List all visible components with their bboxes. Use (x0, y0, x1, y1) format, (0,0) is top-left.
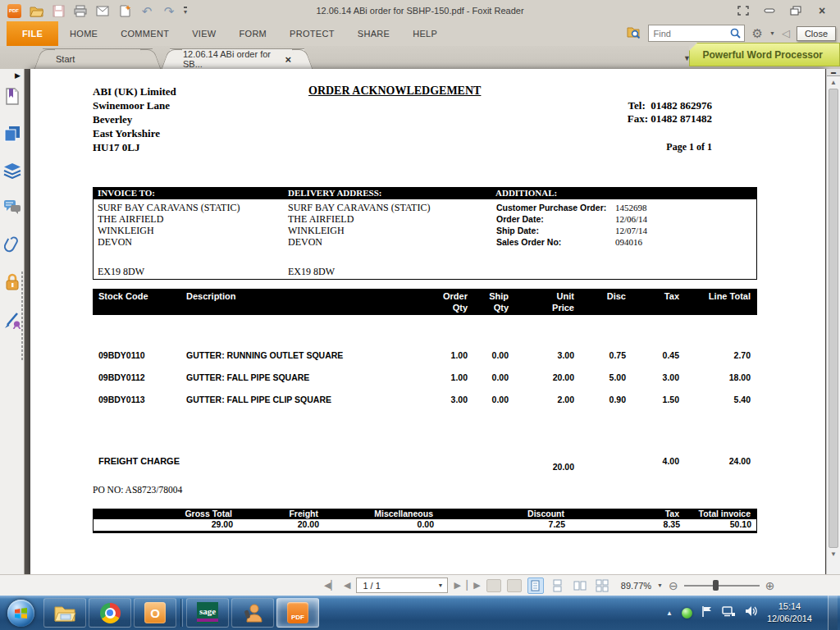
split-view-handle[interactable]: ▬ (827, 69, 840, 76)
taskbar-foxit-reader[interactable]: PDF (276, 598, 319, 628)
window-controls: × (737, 6, 840, 16)
full-screen-icon[interactable] (737, 6, 750, 16)
clock-date: 12/06/2014 (767, 613, 812, 625)
page-indicator: 1 / 1 (357, 581, 437, 591)
attachments-icon[interactable] (0, 235, 24, 253)
action-center-flag-icon[interactable] (701, 605, 713, 621)
tab-active-document[interactable]: 12.06.14 ABi order for SB... × (170, 48, 304, 69)
layers-icon[interactable] (0, 162, 24, 179)
redo-icon[interactable]: ↷ (162, 3, 176, 18)
taskbar-clock[interactable]: 15:14 12/06/2014 (767, 600, 812, 626)
save-icon[interactable] (51, 3, 66, 18)
last-page-icon[interactable]: ▏▶ (467, 580, 481, 591)
taskbar-windows-explorer[interactable] (43, 598, 86, 628)
zoom-slider[interactable] (684, 580, 760, 591)
promo-banner[interactable]: Powerful Word Processor (689, 43, 840, 66)
scroll-up-icon[interactable]: ▲ (827, 76, 840, 89)
document-tab-bar: Start 12.06.14 ABi order for SB... × ▼ P… (0, 46, 840, 69)
tab-close-icon[interactable]: × (285, 54, 291, 65)
status-bar: ◀▏ ◀ 1 / 1 ▼ ▶ ▏▶ 89.77% ▼ ⊖ (0, 574, 840, 596)
bookmarks-icon[interactable] (0, 88, 24, 105)
close-icon[interactable]: × (815, 6, 829, 16)
tab-home[interactable]: HOME (58, 21, 109, 46)
email-icon[interactable] (95, 3, 110, 18)
next-page-icon[interactable]: ▶ (454, 580, 460, 591)
foxit-reader-window: PDF ↶ ↷ ▾ 12.06.14 ABi order for SBHP-15… (0, 0, 840, 630)
start-button[interactable] (7, 600, 34, 627)
tab-view[interactable]: VIEW (180, 21, 227, 46)
tab-protect[interactable]: PROTECT (278, 21, 346, 46)
first-page-icon[interactable]: ◀▏ (324, 580, 338, 591)
volume-icon[interactable] (745, 605, 758, 620)
undo-icon[interactable]: ↶ (139, 3, 154, 18)
expand-panel-icon[interactable]: ▶ (0, 69, 24, 88)
tab-comment[interactable]: COMMENT (109, 21, 180, 46)
scroll-down-icon[interactable]: ▼ (827, 548, 840, 560)
show-desktop-button[interactable] (828, 596, 838, 630)
document-area: ▶ (0, 69, 840, 574)
taskbar: O sage PDF ▲ 15:14 12/06/2014 (0, 596, 840, 630)
scrollbar-thumb[interactable] (829, 89, 838, 548)
open-folder-icon[interactable] (29, 3, 43, 18)
line-items-table: Stock Code Description Order Qty Ship Qt… (93, 289, 757, 533)
vertical-scrollbar[interactable]: ▬ ▲ ▼ (826, 69, 840, 574)
gear-icon[interactable]: ⚙ (751, 27, 762, 39)
invoice-to-address: SURF BAY CARAVANS (STATIC) THE AIRFIELD … (94, 199, 284, 279)
find-input[interactable] (653, 29, 730, 39)
previous-page-icon[interactable]: ◀ (344, 580, 350, 591)
tab-share[interactable]: SHARE (346, 21, 401, 46)
page-dropdown-icon[interactable]: ▼ (437, 582, 447, 588)
continuous-view-icon[interactable] (550, 578, 566, 594)
zoom-dropdown-icon[interactable]: ▼ (657, 582, 663, 588)
table-row: 09BDY0110 GUTTER: RUNNING OUTLET SQUARE … (93, 350, 757, 372)
page-of-label: Page 1 of 1 (628, 140, 712, 153)
address-box: INVOICE TO: DELIVERY ADDRESS: ADDITIONAL… (93, 187, 757, 280)
comments-icon[interactable] (0, 199, 24, 215)
zoom-out-icon[interactable]: ⊖ (669, 580, 678, 591)
tab-start[interactable]: Start (43, 48, 153, 69)
invoice-to-header: INVOICE TO: (94, 188, 284, 199)
continuous-facing-view-icon[interactable] (594, 578, 610, 594)
find-box (648, 25, 745, 42)
system-tray: ▲ 15:14 12/06/2014 (666, 596, 840, 630)
tab-file[interactable]: FILE (7, 21, 58, 46)
table-row: 09BDY0113 GUTTER: FALL PIPE CLIP SQUARE … (93, 395, 757, 417)
pages-icon[interactable] (0, 126, 24, 142)
tray-expand-icon[interactable]: ▲ (666, 609, 673, 617)
minimize-icon[interactable] (763, 6, 776, 16)
chevron-left-icon[interactable]: ◁ (782, 27, 790, 39)
document-header: ABI (UK) Limited Swinemoor Lane Beverley… (93, 84, 757, 154)
previous-view-icon[interactable] (486, 579, 501, 592)
status-green-icon[interactable] (682, 608, 692, 619)
zoom-level[interactable]: 89.77% (621, 581, 651, 591)
facing-view-icon[interactable] (572, 578, 588, 594)
document-title: ORDER ACKNOWLEDGEMENT (308, 84, 481, 98)
close-find-button[interactable]: Close (797, 26, 836, 41)
print-icon[interactable] (73, 3, 88, 18)
taskbar-outlook[interactable]: O (134, 598, 176, 628)
zoom-slider-thumb[interactable] (713, 580, 719, 591)
tab-form[interactable]: FORM (228, 21, 279, 46)
page-number-box[interactable]: 1 / 1 ▼ (356, 578, 448, 593)
search-folder-icon[interactable] (627, 25, 641, 42)
next-view-icon[interactable] (507, 579, 522, 592)
find-area: ⚙ ▼ ◁ Close (627, 25, 836, 42)
pdf-page: ABI (UK) Limited Swinemoor Lane Beverley… (30, 69, 825, 574)
gear-dropdown-icon[interactable]: ▼ (769, 30, 775, 36)
customize-quick-access-icon[interactable]: ▾ (184, 7, 187, 16)
search-icon[interactable] (730, 28, 741, 39)
taskbar-contacts[interactable] (231, 598, 274, 628)
taskbar-sage[interactable]: sage (186, 598, 229, 628)
zoom-in-icon[interactable]: ⊕ (765, 580, 775, 591)
navigation-sidebar: ▶ (0, 69, 25, 574)
foxit-app-icon[interactable]: PDF (7, 3, 21, 18)
restore-icon[interactable] (789, 6, 802, 16)
tab-help[interactable]: HELP (401, 21, 449, 46)
taskbar-chrome[interactable] (89, 598, 131, 628)
new-document-icon[interactable] (117, 3, 132, 18)
sidebar-resize-handle[interactable] (21, 271, 24, 361)
single-page-view-icon[interactable] (527, 578, 544, 594)
totals-table: Gross Total Freight Miscellaneous Discou… (93, 509, 757, 533)
network-icon[interactable] (722, 605, 736, 621)
quick-access-toolbar: PDF ↶ ↷ ▾ (0, 3, 187, 18)
